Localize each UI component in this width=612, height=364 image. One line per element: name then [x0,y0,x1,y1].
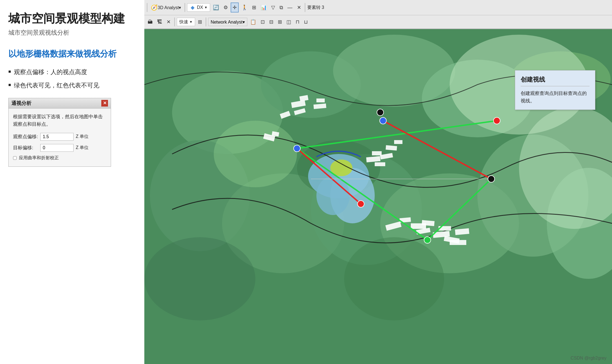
tb2-icon-3[interactable]: ✕ [165,17,172,27]
toolbar-row-2: 🏔 🏗 ✕ 快速 ▼ ⊞ Network Analyst▾ 📋 ⊡ ⊟ ⊞ ◫ [144,15,612,29]
tb-icon-btn-8[interactable]: ⧉ [278,2,285,12]
network-analyst-dropdown[interactable]: Network Analyst▾ [208,18,247,26]
tb-icon-btn-x[interactable]: ✕ [295,2,303,12]
person-icon: 🚶 [241,4,248,11]
analyst-dropdown-btn[interactable]: 🧭 3D Analyst▾ [149,2,183,12]
tb-icon-btn-5[interactable]: ⊞ [250,2,258,12]
speed-dropdown-btn[interactable]: 快速 ▼ [177,18,195,26]
compass-icon: 🧭 [151,4,157,11]
tb2-icon-f[interactable]: ⊔ [302,17,309,27]
tb2-icon-a[interactable]: ⊡ [259,17,266,27]
tb-icon-btn-1[interactable]: 🔄 [211,2,221,12]
tb2-icon-2[interactable]: 🏗 [155,17,164,27]
dialog-titlebar: 通视分析 ✕ [9,98,111,108]
left-panel: 城市空间景观模型构建 城市空间景观视线分析 以地形栅格数据来做视线分析 观察点偏… [0,0,144,364]
svg-point-53 [380,117,386,124]
svg-point-3 [333,35,455,107]
map-container[interactable]: 创建视线 创建观察查询点到目标查询点的视线。 CSDN @rgb2grey [144,29,612,364]
dialog-body: 根据需要设置以下选项，然后在地图中单击观察点和目标点。 观察点偏移: Z 单位 … [9,108,111,166]
dialog-box: 通视分析 ✕ 根据需要设置以下选项，然后在地图中单击观察点和目标点。 观察点偏移… [8,98,111,167]
svg-point-17 [344,237,444,320]
observer-unit: Z 单位 [76,134,89,140]
speed-label: 快速 [179,19,188,25]
svg-rect-42 [439,226,451,231]
observer-label: 观察点偏移: [13,133,38,140]
svg-point-2 [261,51,361,118]
tb2-expand-btn[interactable]: ⊞ [196,17,204,27]
target-label: 目标偏移: [13,145,38,151]
filter-icon: ▽ [271,4,275,11]
tb-icon-btn-6[interactable]: 📊 [259,2,268,12]
observer-row: 观察点偏移: Z 单位 [13,133,106,141]
svg-line-48 [297,148,361,204]
watermark: CSDN @rgb2grey [571,356,606,361]
svg-rect-23 [299,95,309,102]
svg-rect-29 [272,131,279,136]
settings-icon: ⚙ [223,4,228,11]
tb2-icon-c[interactable]: ⊞ [276,17,284,27]
na-icon-1: ⊡ [261,19,265,25]
curvature-checkbox[interactable] [13,156,17,160]
svg-point-14 [214,121,297,187]
tb2-icon-d[interactable]: ◫ [285,17,293,27]
tb-icon-btn-2[interactable]: ⚙ [222,2,230,12]
tb2-network-icon[interactable]: 📋 [248,17,258,27]
svg-point-11 [547,168,612,279]
dialog-title: 通视分析 [11,100,31,107]
svg-point-15 [297,140,380,196]
crosshair-icon: ✛ [233,4,237,11]
tooltip-box: 创建视线 创建观察查询点到目标查询点的视线。 [515,70,595,110]
na-icon-3: ⊞ [278,19,282,25]
analyst-label: 3D Analyst▾ [158,5,181,10]
observer-input[interactable] [40,133,74,141]
svg-point-58 [424,237,431,243]
svg-point-6 [150,140,250,251]
diamond-icon: ◆ [190,4,196,11]
svg-rect-30 [366,156,380,162]
svg-point-7 [222,173,344,273]
svg-rect-34 [380,153,393,160]
target-unit: Z 单位 [76,145,89,151]
na-icon-6: ⊔ [304,19,308,25]
svg-point-21 [330,160,352,176]
tb2-icon-b[interactable]: ⊟ [268,17,275,27]
tb-icon-btn-4[interactable]: 🚶 [240,2,249,12]
svg-line-47 [297,148,427,240]
tb-icon-btn-9[interactable]: — [286,2,294,12]
svg-point-52 [294,145,300,152]
chart-icon: 📊 [261,4,267,11]
svg-rect-45 [450,240,466,245]
toolbar-sep-1 [147,3,147,12]
svg-rect-24 [294,108,306,115]
svg-rect-31 [372,151,382,155]
main-title: 城市空间景观模型构建 [8,11,136,26]
tb-icon-btn-3[interactable]: ✛ [231,2,239,12]
target-input[interactable] [40,144,74,152]
svg-rect-43 [444,236,460,243]
tb2-icon-e[interactable]: ⊓ [294,17,301,27]
svg-rect-37 [399,217,411,223]
svg-point-9 [380,173,519,273]
svg-rect-40 [416,228,430,234]
bullet-item-2: 绿色代表可见，红色代表不可见 [8,81,136,90]
svg-rect-27 [316,98,325,102]
svg-line-46 [297,121,497,148]
bullet-item-1: 观察点偏移：人的视点高度 [8,68,136,76]
svg-rect-32 [386,145,397,150]
svg-point-18 [308,154,369,198]
tb-icon-btn-7[interactable]: ▽ [270,2,277,12]
na-icon-4: ◫ [286,19,291,25]
layer-dropdown-btn[interactable]: ◆ DX ▼ [187,3,210,12]
svg-rect-41 [433,231,450,238]
svg-rect-26 [313,103,326,109]
svg-rect-33 [394,140,402,144]
na-icon-5: ⊓ [296,19,299,25]
toolbar-sep-5 [206,17,206,26]
dialog-close-button[interactable]: ✕ [101,100,108,107]
network-analyst-label: Network Analyst▾ [211,19,245,25]
tb2-icon-1[interactable]: 🏔 [146,17,154,27]
dropdown-arrow-speed: ▼ [189,20,193,24]
map-background: 创建视线 创建观察查询点到目标查询点的视线。 CSDN @rgb2grey [144,29,612,364]
toolbar-row-1: 🧭 3D Analyst▾ ◆ DX ▼ 🔄 ⚙ ✛ 🚶 ⊞ 📊 [144,0,612,15]
3d-icon-1: 🏔 [148,19,153,25]
